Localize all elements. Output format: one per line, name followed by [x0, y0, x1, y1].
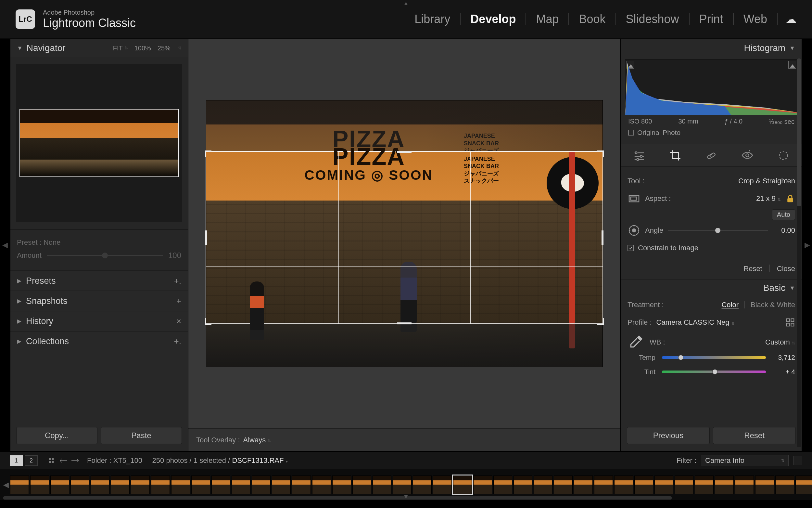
copy-button[interactable]: Copy... — [16, 427, 97, 444]
view-secondary[interactable]: 2 — [25, 455, 38, 466]
previous-button[interactable]: Previous — [627, 427, 710, 444]
filmstrip-thumb[interactable] — [796, 475, 812, 494]
crop-corner-br[interactable] — [597, 318, 604, 325]
reset-button[interactable]: Reset — [713, 427, 796, 444]
filmstrip-thumb[interactable] — [272, 475, 291, 494]
treatment-bw[interactable]: Black & White — [751, 301, 795, 309]
filmstrip-thumb[interactable] — [493, 475, 512, 494]
tint-slider[interactable] — [662, 371, 766, 373]
angle-auto-button[interactable]: Auto — [772, 209, 795, 220]
photo-canvas[interactable]: PIZZA COMING ◎ SOON JAPANESESNACK BAR ジャ… — [206, 100, 603, 367]
zoom-fit[interactable]: FIT⇅ — [113, 45, 128, 52]
temp-slider[interactable] — [662, 356, 766, 359]
filmstrip-thumb[interactable] — [232, 475, 250, 494]
temp-value[interactable]: 3,712 — [769, 353, 795, 362]
crop-handle-bottom[interactable] — [397, 323, 412, 324]
basic-header[interactable]: Basic▼ — [621, 280, 802, 296]
crop-handle-left[interactable] — [205, 230, 207, 245]
bottom-collapse-caret[interactable]: ▼ — [403, 493, 409, 500]
filmstrip-thumb[interactable] — [70, 475, 89, 494]
filmstrip-left-icon[interactable]: ◀ — [3, 481, 9, 489]
grid-view-icon[interactable] — [45, 455, 57, 466]
crop-handle-top[interactable] — [397, 151, 412, 153]
filmstrip-thumb[interactable] — [675, 475, 694, 494]
filter-dropdown[interactable]: Camera Info⇅ — [701, 455, 789, 466]
tint-value[interactable]: + 4 — [769, 368, 795, 376]
filmstrip-thumb[interactable] — [131, 475, 150, 494]
original-photo-toggle[interactable]: Original Photo — [625, 127, 798, 140]
redeye-tool-icon[interactable] — [740, 148, 755, 163]
filmstrip-thumb[interactable] — [50, 475, 69, 494]
filmstrip-thumb[interactable] — [312, 475, 331, 494]
filmstrip-thumb[interactable] — [252, 475, 271, 494]
wb-value[interactable]: Custom ⇅ — [765, 338, 795, 346]
filmstrip-thumb[interactable] — [171, 475, 190, 494]
right-edge-collapse[interactable]: ▶ — [802, 39, 812, 451]
aspect-value[interactable]: 21 x 9 ⇅ — [756, 194, 781, 203]
paste-button[interactable]: Paste — [101, 427, 182, 444]
tool-overlay-value[interactable]: Always ⇅ — [243, 436, 271, 444]
filmstrip-thumb[interactable] — [554, 475, 573, 494]
mask-tool-icon[interactable] — [776, 148, 791, 163]
histogram-header[interactable]: Histogram▼ — [621, 39, 802, 57]
module-book[interactable]: Book — [573, 12, 611, 26]
filmstrip-thumb[interactable] — [332, 475, 351, 494]
wb-eyedropper-icon[interactable] — [627, 334, 644, 350]
filmstrip-thumb[interactable] — [755, 475, 774, 494]
crop-corner-tl[interactable] — [205, 151, 211, 157]
filmstrip-thumb[interactable] — [211, 475, 230, 494]
histogram[interactable] — [625, 59, 798, 115]
filmstrip[interactable]: ◀ ▶ ▼ — [0, 469, 812, 500]
crop-handle-right[interactable] — [602, 230, 604, 245]
filmstrip-thumb[interactable] — [393, 475, 412, 494]
filmstrip-thumb[interactable] — [735, 475, 754, 494]
treatment-color[interactable]: Color — [721, 301, 738, 309]
filmstrip-thumb[interactable] — [373, 475, 391, 494]
filmstrip-thumb[interactable] — [352, 475, 371, 494]
filmstrip-thumb[interactable] — [292, 475, 311, 494]
zoom-100[interactable]: 100% — [135, 45, 151, 52]
filmstrip-thumb[interactable] — [715, 475, 734, 494]
filmstrip-thumb[interactable] — [111, 475, 130, 494]
crop-reset-button[interactable]: Reset — [744, 264, 762, 273]
crop-rectangle[interactable]: PIZZACOMING ◎ SOON JAPANESESNACK BARジャパニ… — [206, 152, 603, 324]
nav-back-icon[interactable]: 🡐 — [59, 456, 67, 466]
accordion-collections[interactable]: ▶Collections+. — [10, 331, 188, 351]
module-slideshow[interactable]: Slideshow — [620, 12, 685, 26]
crop-corner-tr[interactable] — [597, 151, 604, 157]
filmstrip-thumb[interactable] — [574, 475, 593, 494]
module-develop[interactable]: Develop — [465, 12, 522, 26]
breadcrumb[interactable]: Folder : XT5_100 250 photos / 1 selected… — [87, 456, 288, 465]
top-collapse-caret[interactable]: ▲ — [403, 0, 409, 7]
filmstrip-thumb[interactable] — [151, 475, 170, 494]
filmstrip-thumb[interactable] — [91, 475, 109, 494]
nav-forward-icon[interactable]: 🡒 — [71, 456, 79, 466]
accordion-presets[interactable]: ▶Presets+. — [10, 270, 188, 291]
angle-slider[interactable] — [668, 230, 768, 231]
filmstrip-thumb[interactable] — [775, 475, 794, 494]
cloud-sync-icon[interactable]: ☁ — [785, 13, 797, 26]
accordion-history[interactable]: ▶History× — [10, 311, 188, 331]
profile-browser-icon[interactable] — [785, 318, 795, 327]
zoom-25[interactable]: 25% ⇅ — [157, 45, 181, 52]
crop-tool-icon[interactable] — [668, 148, 682, 163]
left-edge-collapse[interactable]: ◀ — [0, 39, 10, 451]
filmstrip-thumb[interactable] — [655, 475, 673, 494]
module-library[interactable]: Library — [409, 12, 456, 26]
module-web[interactable]: Web — [737, 12, 773, 26]
crop-close-button[interactable]: Close — [777, 264, 795, 273]
filmstrip-thumb[interactable] — [695, 475, 714, 494]
profile-row[interactable]: Profile : Camera CLASSIC Neg ⇅ — [621, 313, 802, 332]
filmstrip-thumb[interactable] — [473, 475, 492, 494]
filmstrip-thumb[interactable] — [10, 475, 29, 494]
filmstrip-thumb[interactable] — [413, 475, 432, 494]
filmstrip-thumb[interactable] — [634, 475, 653, 494]
module-print[interactable]: Print — [694, 12, 729, 26]
filter-switch-icon[interactable] — [793, 456, 802, 465]
aspect-lock-icon[interactable] — [785, 194, 795, 204]
filmstrip-thumb[interactable] — [594, 475, 613, 494]
module-map[interactable]: Map — [530, 12, 565, 26]
filmstrip-thumb[interactable] — [433, 475, 452, 494]
heal-tool-icon[interactable] — [704, 148, 718, 163]
navigator-zoom[interactable]: FIT⇅ 100% 25% ⇅ — [113, 45, 181, 52]
